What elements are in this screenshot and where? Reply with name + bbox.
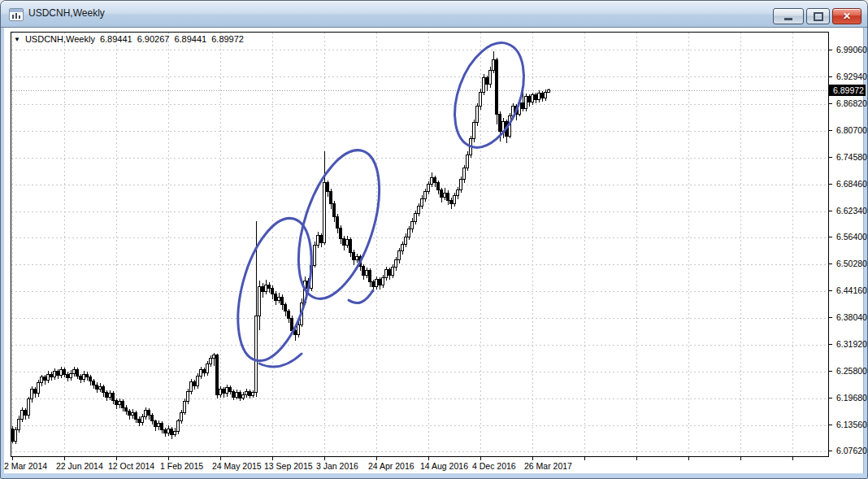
bull-candle: [467, 155, 469, 168]
y-axis-label: 6.99060: [836, 45, 867, 54]
x-axis-label: 3 Jan 2016: [316, 461, 358, 471]
bear-candle: [193, 381, 196, 385]
bull-candle: [545, 92, 547, 98]
bull-candle: [278, 297, 280, 300]
minimize-button[interactable]: [773, 8, 804, 24]
bear-candle: [496, 60, 498, 114]
bull-candle: [532, 95, 534, 102]
bull-candle: [408, 229, 410, 237]
quote-line: ▼ USDCNH,Weekly 6.89441 6.90267 6.89441 …: [14, 34, 244, 44]
bear-candle: [541, 94, 544, 98]
bull-candle: [158, 424, 160, 427]
bull-candle: [346, 240, 349, 246]
symbol-expander-icon[interactable]: ▼: [14, 36, 20, 43]
bear-candle: [379, 280, 381, 285]
y-axis-label: 6.62340: [836, 206, 867, 216]
bear-candle: [106, 393, 108, 397]
y-axis-label: 6.44160: [836, 285, 867, 295]
x-axis-tick: [532, 457, 533, 460]
bear-candle: [343, 239, 345, 246]
y-axis-tick: [829, 398, 832, 398]
bull-candle: [242, 394, 245, 398]
bull-candle: [190, 381, 193, 391]
bear-candle: [161, 424, 163, 430]
time-scale[interactable]: 2 Mar 201422 Jun 201412 Oct 20141 Feb 20…: [4, 457, 863, 473]
bull-candle: [236, 393, 238, 397]
bear-candle: [57, 372, 59, 375]
bear-candle: [447, 193, 449, 200]
bear-candle: [67, 374, 69, 377]
y-axis-label: 6.74580: [836, 152, 867, 162]
bear-candle: [96, 385, 98, 389]
bear-candle: [89, 377, 92, 381]
bull-candle: [70, 373, 72, 377]
bull-candle: [418, 206, 420, 213]
bear-candle: [203, 370, 206, 373]
plot-border: [11, 33, 829, 457]
bull-candle: [392, 268, 394, 275]
x-axis-label: 13 Sep 2015: [264, 461, 313, 471]
bull-candle: [421, 198, 423, 206]
bear-candle: [441, 189, 443, 197]
bull-candle: [245, 392, 248, 395]
x-axis-tick: [324, 457, 325, 460]
y-axis-tick: [829, 344, 832, 345]
bull-candle: [265, 285, 267, 292]
y-axis-tick: [829, 290, 832, 291]
bear-candle: [268, 285, 271, 289]
bull-candle: [200, 370, 202, 377]
bull-candle: [167, 429, 170, 433]
bull-candle: [427, 184, 430, 191]
bull-candle: [99, 386, 102, 389]
bull-candle: [356, 256, 358, 259]
bull-candle: [210, 359, 212, 364]
candlestick-chart[interactable]: [11, 32, 829, 457]
bull-candle: [219, 389, 222, 394]
bull-candle: [382, 277, 384, 285]
y-axis-tick: [829, 76, 832, 77]
bull-candle: [145, 410, 147, 416]
chart-window: USDCNH,Weekly ✕ ▼ USDCNH,Weekly 6.89441 …: [0, 0, 868, 479]
price-scale[interactable]: 6.990606.929406.868206.807006.745806.684…: [829, 28, 866, 473]
bull-candle: [252, 393, 254, 395]
y-axis-tick: [829, 237, 832, 237]
quote-close: 6.89972: [211, 34, 244, 44]
x-axis-tick: [428, 457, 429, 460]
bear-candle: [125, 407, 128, 411]
bull-candle: [375, 280, 378, 287]
bear-candle: [353, 252, 355, 260]
bear-candle: [369, 271, 371, 282]
bear-candle: [229, 387, 232, 391]
bull-candle: [255, 316, 258, 392]
bull-candle: [414, 214, 417, 222]
bull-candle: [83, 374, 85, 379]
close-button[interactable]: ✕: [832, 8, 861, 24]
bear-candle: [223, 389, 225, 393]
bull-candle: [197, 376, 199, 385]
x-axis-label: 24 May 2015: [212, 461, 262, 471]
bull-candle: [21, 410, 24, 419]
bull-candle: [444, 193, 446, 197]
restore-button[interactable]: [806, 8, 830, 24]
x-axis-tick: [12, 457, 13, 460]
bear-candle: [164, 430, 167, 433]
bull-candle: [297, 324, 300, 334]
x-axis-tick: [168, 457, 169, 460]
bear-candle: [437, 183, 440, 190]
title-bar[interactable]: USDCNH,Weekly ✕: [1, 1, 867, 28]
y-axis-label: 6.68460: [836, 179, 867, 189]
bull-candle: [538, 94, 540, 100]
bull-candle: [37, 383, 40, 394]
y-axis-tick: [829, 103, 832, 104]
x-axis-label: 1 Feb 2015: [160, 461, 203, 471]
y-axis-label: 6.13560: [836, 420, 867, 429]
bull-candle: [463, 168, 466, 180]
y-axis-tick: [829, 425, 832, 425]
bear-candle: [76, 370, 79, 377]
bull-candle: [258, 286, 261, 316]
y-axis-tick: [829, 451, 832, 451]
bear-candle: [336, 217, 339, 228]
bear-candle: [93, 381, 95, 385]
bull-candle: [366, 271, 368, 275]
bear-candle: [63, 370, 66, 374]
